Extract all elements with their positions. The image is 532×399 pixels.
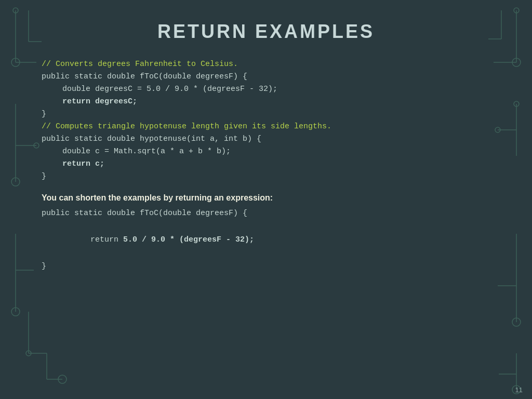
line-comment-1: // Converts degrees Fahrenheit to Celsiu… [42,58,490,71]
svg-point-31 [512,318,521,326]
prose-description: You can shorten the examples by returnin… [42,193,490,203]
line-7: return c; [42,158,490,170]
line-2: double degreesC = 5.0 / 9.0 * (degreesF … [42,83,490,96]
line-1: public static double fToC(double degrees… [42,71,490,83]
line-b2: return 5.0 / 9.0 * (degreesF - 32); [42,220,490,260]
svg-point-12 [11,308,20,316]
svg-point-16 [58,375,66,383]
code-block-1: // Converts degrees Fahrenheit to Celsiu… [42,58,490,183]
line-b3: } [42,260,490,273]
slide-content: RETURN EXAMPLES // Converts degrees Fahr… [0,0,532,289]
svg-point-15 [26,351,31,356]
return-expr: 5.0 / 9.0 * (degreesF - 32); [123,235,254,244]
line-b1: public static double fToC(double degrees… [42,207,490,220]
line-comment-2: // Computes triangle hypotenuse length g… [42,121,490,133]
line-5: public static double hypotenuse(int a, i… [42,133,490,145]
line-3: return degreesC; [42,96,490,108]
page-number: 11 [515,386,523,394]
return-prefix: return [90,235,123,244]
line-4: } [42,108,490,121]
slide-title: RETURN EXAMPLES [42,16,490,43]
line-8: } [42,170,490,183]
line-6: double c = Math.sqrt(a * a + b * b); [42,145,490,158]
code-block-2: public static double fToC(double degrees… [42,207,490,273]
